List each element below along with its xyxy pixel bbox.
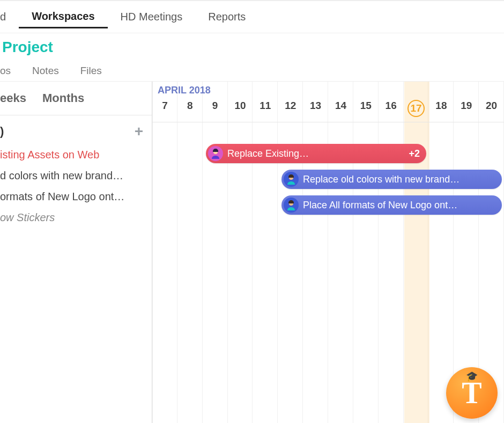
top-nav: d Workspaces HD Meetings Reports bbox=[0, 1, 504, 33]
scale-switch: eeks Months bbox=[0, 82, 152, 115]
timeline-day[interactable]: 7 bbox=[152, 100, 177, 117]
sub-tabs: os Notes Files bbox=[0, 60, 504, 82]
left-panel: eeks Months ) + isting Assets on Web d c… bbox=[0, 82, 152, 423]
assignee-avatar[interactable] bbox=[284, 172, 299, 187]
task-row[interactable]: ow Stickers bbox=[0, 207, 146, 228]
timeline-month-label: APRIL 2018 bbox=[158, 85, 211, 96]
gantt-bar[interactable]: Place All formats of New Logo ont… bbox=[281, 195, 502, 215]
gantt-bar-label: Place All formats of New Logo ont… bbox=[303, 200, 495, 211]
task-row[interactable]: ormats of New Logo ont… bbox=[0, 186, 146, 207]
timeline-day[interactable]: 14 bbox=[328, 100, 353, 117]
gantt-bar-label: Replace old colors with new brand… bbox=[303, 174, 495, 185]
subtab-0[interactable]: os bbox=[0, 65, 11, 77]
main-area: eeks Months ) + isting Assets on Web d c… bbox=[0, 82, 504, 423]
subtab-files[interactable]: Files bbox=[80, 65, 102, 77]
timeline-day[interactable]: 19 bbox=[454, 100, 479, 117]
timeline-day[interactable]: 8 bbox=[177, 100, 203, 117]
timeline-days: 7891011121314151617181920 bbox=[152, 100, 504, 117]
gantt-bar[interactable]: Replace old colors with new brand… bbox=[281, 170, 502, 189]
scale-months[interactable]: Months bbox=[42, 91, 84, 105]
group-header-text: ) bbox=[0, 125, 4, 138]
timeline-day[interactable]: 16 bbox=[379, 100, 404, 117]
timeline-day[interactable]: 18 bbox=[428, 100, 454, 117]
task-row[interactable]: isting Assets on Web bbox=[0, 144, 146, 165]
subtab-notes[interactable]: Notes bbox=[32, 65, 59, 77]
brand-badge[interactable]: 🎓 T bbox=[446, 367, 498, 419]
timeline-day[interactable]: 11 bbox=[253, 100, 278, 117]
timeline-day[interactable]: 17 bbox=[404, 100, 429, 117]
group-header[interactable]: ) + bbox=[0, 123, 146, 144]
task-list: ) + isting Assets on Web d colors with n… bbox=[0, 115, 152, 228]
project-title[interactable]: Project bbox=[0, 33, 504, 60]
task-row[interactable]: d colors with new brand… bbox=[0, 165, 146, 186]
timeline-day[interactable]: 10 bbox=[228, 100, 253, 117]
nav-item-hd-meetings[interactable]: HD Meetings bbox=[108, 6, 196, 27]
timeline-day[interactable]: 20 bbox=[479, 100, 504, 117]
assignee-avatar[interactable] bbox=[208, 146, 223, 161]
timeline-header: APRIL 2018 7891011121314151617181920 bbox=[152, 82, 504, 122]
graduation-cap-icon: 🎓 bbox=[466, 370, 478, 382]
assignee-avatar[interactable] bbox=[284, 198, 299, 213]
nav-item-reports[interactable]: Reports bbox=[195, 6, 258, 27]
gantt-bar[interactable]: Replace Existing…+2 bbox=[206, 144, 426, 163]
add-task-button[interactable]: + bbox=[135, 124, 143, 139]
nav-item-workspaces[interactable]: Workspaces bbox=[19, 6, 107, 28]
nav-item-0[interactable]: d bbox=[0, 6, 19, 27]
gantt-bar-extra-count[interactable]: +2 bbox=[409, 148, 420, 159]
timeline[interactable]: APRIL 2018 7891011121314151617181920 Rep… bbox=[152, 82, 504, 423]
timeline-day[interactable]: 9 bbox=[203, 100, 228, 117]
gantt-bar-label: Replace Existing… bbox=[227, 148, 404, 159]
timeline-day[interactable]: 15 bbox=[353, 100, 379, 117]
timeline-day[interactable]: 13 bbox=[303, 100, 328, 117]
timeline-day[interactable]: 12 bbox=[278, 100, 303, 117]
scale-weeks[interactable]: eeks bbox=[0, 91, 26, 105]
